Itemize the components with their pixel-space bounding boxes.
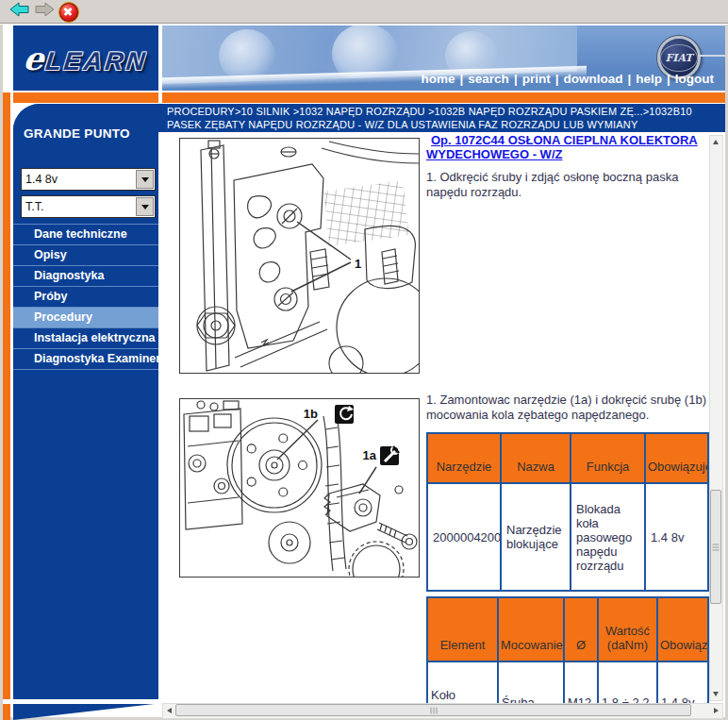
elearn-logo: eLEARN — [13, 25, 158, 91]
dropdown-arrow-icon[interactable] — [136, 170, 154, 189]
figure2-label-1a: 1a — [363, 448, 377, 462]
browser-toolbar — [0, 0, 728, 24]
nav-home[interactable]: home — [422, 72, 455, 86]
figure-locking-tool: 1b 1a — [179, 398, 420, 578]
torque-table: Element Mocowanie Ø Wartość (daNm) Obowi… — [426, 596, 709, 703]
col-mocowanie: Mocowanie — [498, 597, 564, 661]
torque-table-row: Koło zębate Śruba M12 1.8 ÷ 2.2 1.4 8v — [427, 661, 708, 703]
main-nav: home|search|print|download|help|logout — [422, 72, 714, 86]
header-banner: FIAT home|search|print|download|help|log… — [162, 25, 725, 91]
cell-applies: 1.4 8v — [657, 661, 708, 703]
figure2-label-1b: 1b — [304, 407, 318, 421]
back-arrow-icon — [8, 2, 29, 21]
step1-text: 1. Odkręcić śruby i zdjąć osłonę boczną … — [426, 170, 709, 200]
vertical-scrollbar[interactable] — [709, 135, 723, 701]
col-element: Element — [427, 597, 498, 661]
step2-text: 1. Zamontowac narzędzie (1a) i dokręcić … — [426, 393, 709, 423]
tools-table-header-row: Narzędzie Nazwa Funkcja Obowiązuje — [427, 433, 708, 483]
col-nazwa: Nazwa — [501, 433, 571, 483]
horizontal-scrollbar[interactable] — [162, 703, 723, 719]
col-obowiazuje: Obowiązuje — [645, 433, 708, 483]
col-narzedzie: Narzędzie — [427, 433, 501, 483]
logo-text: LEARN — [44, 47, 149, 75]
sidebar-menu: Dane techniczne Opisy Diagnostyka Próby … — [13, 224, 158, 370]
horizontal-scroll-thumb[interactable] — [175, 704, 691, 716]
cell-tool-function: Blokada koła pasowego napędu rozrządu — [571, 483, 645, 591]
nav-logout[interactable]: logout — [675, 72, 714, 86]
breadcrumb: PROCEDURY>10 SILNIK >1032 NAPĘD ROZRZĄDU… — [167, 106, 721, 131]
tools-table: Narzędzie Nazwa Funkcja Obowiązuje 20000… — [426, 432, 709, 592]
close-button[interactable] — [58, 2, 79, 23]
sidebar-item-opisy[interactable]: Opisy — [13, 245, 158, 266]
figure-cover-bolts: 1 — [179, 138, 420, 374]
operation-link[interactable]: Op. 1072C44 OSŁONA CIEPLNA KOLEKTORA WYD… — [426, 133, 709, 161]
orange-bar-mid — [13, 92, 158, 103]
scroll-right-icon — [714, 708, 719, 713]
vertical-scroll-thumb[interactable] — [710, 490, 721, 604]
col-diameter: Ø — [564, 597, 598, 661]
forward-arrow-icon — [35, 2, 56, 21]
nav-download[interactable]: download — [563, 72, 622, 86]
content-pane: 1 Op. 1072C44 OSŁONA CIEPLNA KOLEKTORA W… — [162, 132, 709, 703]
sidebar: GRANDE PUNTO 1.4 8v T.T. Dane techniczne… — [13, 104, 158, 699]
scroll-right-button[interactable] — [710, 704, 722, 716]
nav-search[interactable]: search — [468, 72, 509, 86]
scroll-left-button[interactable] — [163, 704, 175, 716]
col-funkcja: Funkcja — [571, 433, 645, 483]
orange-side-strip — [3, 103, 10, 699]
cell-wartosc: 1.8 ÷ 2.2 — [598, 661, 657, 703]
scroll-left-icon — [167, 708, 172, 713]
engine-select[interactable]: 1.4 8v — [21, 168, 156, 191]
nav-print[interactable]: print — [522, 72, 551, 86]
sidebar-item-dane-techniczne[interactable]: Dane techniczne — [13, 225, 158, 245]
col-obowiazuje2: Obowiązuje — [657, 597, 708, 661]
figure1-label-1: 1 — [355, 257, 361, 271]
orange-bar-left — [3, 92, 10, 103]
scroll-up-button[interactable] — [710, 136, 720, 148]
col-wartosc: Wartość (daNm) — [598, 597, 657, 661]
scroll-up-icon — [713, 140, 719, 144]
nav-help[interactable]: help — [636, 72, 662, 86]
dropdown-arrow-icon[interactable] — [136, 197, 154, 216]
back-button[interactable] — [8, 3, 30, 20]
orange-side-strip-bottom — [3, 704, 10, 720]
logo-e: e — [22, 40, 46, 77]
cell-tool-name: Narzędzie blokujące — [501, 483, 571, 591]
cell-diameter: M12 — [564, 661, 598, 703]
sidebar-item-diagnostyka-examiner[interactable]: Diagnostyka Examiner — [13, 349, 158, 370]
scroll-down-icon — [713, 692, 719, 696]
cell-tool-applies: 1.4 8v — [645, 483, 708, 591]
scroll-down-button[interactable] — [710, 688, 720, 700]
trim-select[interactable]: T.T. — [21, 195, 156, 218]
sidebar-item-instalacja-elektryczna[interactable]: Instalacja elektryczna — [13, 328, 158, 349]
torque-table-header-row: Element Mocowanie Ø Wartość (daNm) Obowi… — [427, 597, 708, 661]
model-title: GRANDE PUNTO — [24, 126, 130, 141]
sidebar-item-proby[interactable]: Próby — [13, 287, 158, 308]
app-window: eLEARN FIAT home|search|print|download|h… — [0, 0, 728, 720]
orange-bar-right — [162, 92, 725, 103]
cell-tool-number: 2000004200 — [427, 483, 501, 591]
sidebar-item-diagnostyka[interactable]: Diagnostyka — [13, 266, 158, 287]
fiat-logo-line — [699, 55, 725, 57]
cell-mocowanie: Śruba — [498, 661, 564, 703]
sidebar-item-procedury[interactable]: Procedury — [13, 308, 158, 328]
forward-button[interactable] — [34, 3, 57, 20]
cell-element: Koło zębate — [427, 661, 498, 703]
tools-table-row: 2000004200 Narzędzie blokujące Blokada k… — [427, 483, 708, 591]
